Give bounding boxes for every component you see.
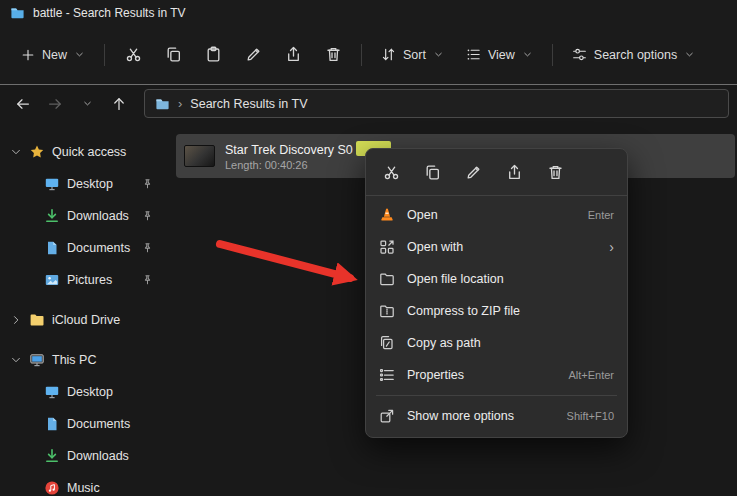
- scissors-icon: [383, 164, 400, 181]
- view-button[interactable]: View: [455, 39, 544, 70]
- plus-icon: [21, 48, 35, 62]
- window-title: battle - Search Results in TV: [33, 6, 186, 20]
- search-options-label: Search options: [594, 48, 677, 62]
- trash-icon: [325, 46, 342, 63]
- menu-item-label: Copy as path: [407, 336, 602, 350]
- show-more-icon: [379, 408, 395, 424]
- properties-icon: [379, 367, 395, 383]
- sidebar-item-desktop[interactable]: Desktop: [0, 168, 166, 200]
- sidebar-group-quick-access[interactable]: Quick access: [0, 136, 166, 168]
- view-list-icon: [466, 47, 481, 62]
- menu-item-shortcut: Enter: [588, 209, 614, 221]
- menu-item-copy-as-path[interactable]: Copy as path: [366, 327, 627, 359]
- rename-button[interactable]: [233, 38, 273, 72]
- pictures-icon: [44, 272, 60, 288]
- sidebar-group-icloud-drive[interactable]: iCloud Drive: [0, 304, 166, 336]
- menu-item-open-file-location[interactable]: Open file location: [366, 263, 627, 295]
- sidebar-item-label: Documents: [67, 417, 130, 431]
- chevron-right-icon[interactable]: [10, 314, 22, 326]
- delete-button[interactable]: [536, 156, 574, 189]
- navigation-pane: Quick access Desktop Downloads Documents…: [0, 122, 166, 495]
- menu-separator: [376, 395, 617, 396]
- filter-sliders-icon: [572, 47, 587, 62]
- vlc-cone-icon: [379, 207, 395, 223]
- sort-button[interactable]: Sort: [370, 39, 455, 70]
- file-explorer-window: battle - Search Results in TV New: [0, 0, 737, 496]
- menu-item-shortcut: Alt+Enter: [568, 369, 614, 381]
- sidebar-item-pc-music[interactable]: Music: [0, 472, 166, 495]
- chevron-down-icon[interactable]: [10, 354, 22, 366]
- trash-icon: [547, 164, 564, 181]
- sidebar-item-pc-downloads[interactable]: Downloads: [0, 440, 166, 472]
- menu-item-label: Open with: [407, 240, 597, 254]
- menu-item-label: Open file location: [407, 272, 602, 286]
- chevron-down-icon: [684, 49, 695, 60]
- sidebar-item-downloads[interactable]: Downloads: [0, 200, 166, 232]
- desktop-monitor-icon: [44, 384, 60, 400]
- rename-button[interactable]: [454, 156, 492, 189]
- sidebar-item-documents[interactable]: Documents: [0, 232, 166, 264]
- explorer-app-icon: [10, 5, 25, 20]
- delete-button[interactable]: [313, 38, 353, 72]
- toolbar-separator: [104, 44, 105, 66]
- address-input[interactable]: › Search Results in TV: [144, 89, 729, 118]
- menu-item-label: Open: [407, 208, 576, 222]
- cut-button[interactable]: [372, 156, 410, 189]
- back-button[interactable]: [8, 90, 38, 118]
- share-icon: [506, 164, 523, 181]
- sidebar-item-pc-desktop[interactable]: Desktop: [0, 376, 166, 408]
- document-icon: [44, 240, 60, 256]
- pin-icon: [141, 178, 154, 191]
- rename-pencil-icon: [245, 46, 262, 63]
- breadcrumb-chevron: ›: [178, 96, 182, 111]
- share-button[interactable]: [273, 38, 313, 72]
- share-icon: [285, 46, 302, 63]
- sidebar-item-label: Desktop: [67, 385, 113, 399]
- chevron-down-icon[interactable]: [10, 146, 22, 158]
- sidebar-group-this-pc[interactable]: This PC: [0, 344, 166, 376]
- search-options-button[interactable]: Search options: [561, 39, 706, 70]
- menu-item-label: Show more options: [407, 409, 555, 423]
- zip-folder-icon: [379, 303, 395, 319]
- sidebar-group-label: Quick access: [52, 145, 126, 159]
- quick-access-star-icon: [29, 144, 45, 160]
- sidebar-item-pc-documents[interactable]: Documents: [0, 408, 166, 440]
- downloads-icon: [44, 448, 60, 464]
- menu-item-open-with[interactable]: Open with ›: [366, 231, 627, 263]
- up-button[interactable]: [104, 90, 134, 118]
- menu-item-open[interactable]: Open Enter: [366, 199, 627, 231]
- forward-button[interactable]: [40, 90, 70, 118]
- copy-button[interactable]: [153, 38, 193, 72]
- menu-item-label: Properties: [407, 368, 556, 382]
- recent-locations-button[interactable]: [72, 90, 102, 118]
- cut-button[interactable]: [113, 38, 153, 72]
- chevron-down-icon: [74, 49, 85, 60]
- open-with-icon: [379, 239, 395, 255]
- icloud-folder-icon: [29, 312, 45, 328]
- rename-pencil-icon: [465, 164, 482, 181]
- share-button[interactable]: [495, 156, 533, 189]
- sidebar-item-pictures[interactable]: Pictures: [0, 264, 166, 296]
- sidebar-item-label: Documents: [67, 241, 130, 255]
- menu-item-show-more-options[interactable]: Show more options Shift+F10: [366, 400, 627, 432]
- sidebar-item-label: Downloads: [67, 209, 129, 223]
- breadcrumb[interactable]: Search Results in TV: [190, 97, 307, 111]
- sidebar-item-label: Desktop: [67, 177, 113, 191]
- arrow-right-icon: [47, 96, 63, 112]
- menu-item-compress-to-zip[interactable]: Compress to ZIP file: [366, 295, 627, 327]
- copy-button[interactable]: [413, 156, 451, 189]
- view-button-label: View: [488, 48, 515, 62]
- new-button[interactable]: New: [10, 40, 96, 70]
- chevron-down-icon: [82, 98, 93, 109]
- copy-path-icon: [379, 335, 395, 351]
- pin-icon: [141, 210, 154, 223]
- paste-button[interactable]: [193, 38, 233, 72]
- menu-item-label: Compress to ZIP file: [407, 304, 602, 318]
- context-menu: Open Enter Open with › Open file locatio…: [365, 148, 628, 438]
- context-menu-items: Open Enter Open with › Open file locatio…: [366, 196, 627, 432]
- sidebar-item-label: Pictures: [67, 273, 112, 287]
- menu-item-shortcut: Shift+F10: [567, 410, 614, 422]
- menu-item-properties[interactable]: Properties Alt+Enter: [366, 359, 627, 391]
- command-bar: New Sort View: [0, 25, 737, 85]
- folder-icon: [379, 271, 395, 287]
